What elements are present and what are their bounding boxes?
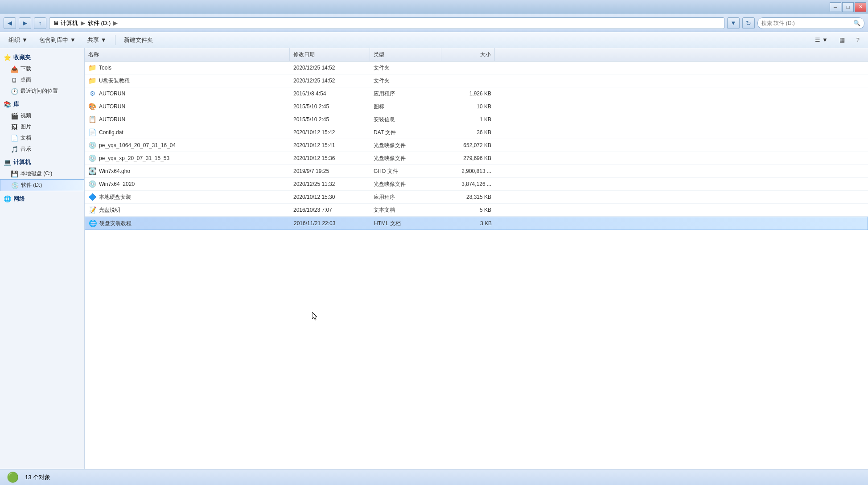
sidebar-item-desktop[interactable]: 🖥 桌面	[0, 74, 84, 86]
file-cell-type: DAT 文件	[370, 127, 441, 139]
column-header-type[interactable]: 类型	[370, 48, 441, 61]
main-layout: ⭐ 收藏夹 📥 下载 🖥 桌面 🕐 最近访问的位置 📚 库	[0, 48, 868, 469]
status-count: 13 个对象	[25, 473, 50, 481]
statusbar: 🟢 13 个对象	[0, 469, 868, 485]
toolbar: 组织 ▼ 包含到库中 ▼ 共享 ▼ 新建文件夹 ☰ ▼ ▦ ?	[0, 32, 868, 48]
sidebar-item-docs[interactable]: 📄 文档	[0, 132, 84, 144]
file-cell-name: 🌐 硬盘安装教程	[85, 217, 290, 230]
file-cell-size: 5 KB	[441, 205, 495, 215]
file-cell-name: 📄 Config.dat	[85, 126, 290, 139]
sidebar-item-music[interactable]: 🎵 音乐	[0, 144, 84, 155]
column-header-name[interactable]: 名称	[85, 48, 290, 61]
sidebar-header-library[interactable]: 📚 库	[0, 99, 84, 110]
layout-button[interactable]: ▦	[835, 34, 850, 46]
sidebar-item-recent[interactable]: 🕐 最近访问的位置	[0, 86, 84, 97]
desktop-label: 桌面	[21, 76, 31, 84]
file-cell-date: 2015/5/10 2:45	[290, 101, 370, 112]
up-button[interactable]: ↑	[34, 17, 46, 29]
file-name: 光盘说明	[99, 206, 120, 214]
file-name: U盘安装教程	[99, 77, 130, 85]
sidebar-item-downloads[interactable]: 📥 下载	[0, 63, 84, 74]
file-cell-type: 光盘映像文件	[370, 140, 441, 152]
file-row[interactable]: 🎨 AUTORUN 2015/5/10 2:45 图标 10 KB	[85, 100, 868, 113]
forward-button[interactable]: ▶	[19, 17, 31, 29]
address-path[interactable]: 🖥 计算机 ▶ 软件 (D:) ▶	[49, 17, 724, 29]
column-header-size[interactable]: 大小	[441, 48, 495, 61]
back-button[interactable]: ◀	[4, 17, 16, 29]
file-icon: 🔷	[88, 193, 96, 201]
sidebar-section-computer: 💻 计算机 💾 本地磁盘 (C:) 💿 软件 (D:)	[0, 156, 84, 191]
new-folder-button[interactable]: 新建文件夹	[119, 34, 158, 46]
share-button[interactable]: 共享 ▼	[82, 34, 111, 46]
close-button[interactable]: ✕	[855, 2, 866, 12]
file-row[interactable]: 📝 光盘说明 2016/10/23 7:07 文本文档 5 KB	[85, 204, 868, 217]
sidebar-item-software-d[interactable]: 💿 软件 (D:)	[0, 179, 84, 191]
file-row[interactable]: 🔷 本地硬盘安装 2020/10/12 15:30 应用程序 28,315 KB	[85, 191, 868, 204]
forward-icon: ▶	[23, 20, 27, 26]
file-cell-size	[441, 66, 495, 70]
sidebar-header-network[interactable]: 🌐 网络	[0, 193, 84, 205]
sidebar-item-images[interactable]: 🖼 图片	[0, 121, 84, 132]
file-row[interactable]: 💿 pe_yqs_1064_20_07_31_16_04 2020/10/12 …	[85, 139, 868, 152]
file-cell-date: 2020/12/25 11:32	[290, 179, 370, 189]
file-row[interactable]: 📄 Config.dat 2020/10/12 15:42 DAT 文件 36 …	[85, 126, 868, 139]
help-button[interactable]: ?	[852, 34, 864, 46]
file-cell-name: 📋 AUTORUN	[85, 113, 290, 126]
file-row[interactable]: 💽 Win7x64.gho 2019/9/7 19:25 GHO 文件 2,90…	[85, 165, 868, 178]
file-row[interactable]: ⚙ AUTORUN 2016/1/8 4:54 应用程序 1,926 KB	[85, 87, 868, 100]
file-name: AUTORUN	[99, 90, 125, 97]
file-cell-size: 3 KB	[442, 218, 495, 229]
search-input[interactable]	[761, 20, 852, 26]
file-name: Tools	[99, 65, 111, 71]
minimize-button[interactable]: ─	[830, 2, 841, 12]
file-row[interactable]: 📁 U盘安装教程 2020/12/25 14:52 文件夹	[85, 74, 868, 87]
refresh-button[interactable]: ↻	[742, 17, 755, 29]
status-icon: 🟢	[5, 470, 20, 485]
file-cell-type: 文件夹	[370, 62, 441, 74]
file-row[interactable]: 💿 Win7x64_2020 2020/12/25 11:32 光盘映像文件 3…	[85, 178, 868, 191]
file-icon: 📁	[88, 64, 96, 72]
sidebar-header-favorites[interactable]: ⭐ 收藏夹	[0, 52, 84, 63]
sidebar-header-computer[interactable]: 💻 计算机	[0, 156, 84, 168]
file-row[interactable]: 📋 AUTORUN 2015/5/10 2:45 安装信息 1 KB	[85, 113, 868, 126]
file-cell-size: 2,900,813 ...	[441, 166, 495, 177]
sidebar-item-video[interactable]: 🎬 视频	[0, 110, 84, 121]
maximize-button[interactable]: □	[842, 2, 854, 12]
toolbar-separator	[115, 35, 115, 45]
organize-button[interactable]: 组织 ▼	[4, 34, 33, 46]
recent-label: 最近访问的位置	[21, 87, 58, 95]
path-computer-icon: 🖥	[53, 20, 59, 26]
include-library-button[interactable]: 包含到库中 ▼	[34, 34, 81, 46]
up-icon: ↑	[39, 20, 42, 26]
file-cell-date: 2020/10/12 15:30	[290, 192, 370, 202]
file-cell-name: 💿 Win7x64_2020	[85, 178, 290, 190]
music-label: 音乐	[21, 145, 31, 153]
file-cell-size	[441, 78, 495, 83]
titlebar-buttons: ─ □ ✕	[830, 2, 866, 12]
back-icon: ◀	[8, 20, 12, 26]
file-icon: ⚙	[88, 90, 96, 98]
file-cell-date: 2020/10/12 15:42	[290, 127, 370, 138]
view-options-button[interactable]: ☰ ▼	[810, 34, 833, 46]
include-label: 包含到库中	[39, 36, 68, 44]
file-cell-name: 📁 U盘安装教程	[85, 74, 290, 87]
file-cell-name: 💽 Win7x64.gho	[85, 165, 290, 177]
file-row[interactable]: 📁 Tools 2020/12/25 14:52 文件夹	[85, 62, 868, 74]
file-cell-name: 📝 光盘说明	[85, 204, 290, 216]
file-cell-date: 2020/10/12 15:36	[290, 153, 370, 164]
file-row[interactable]: 🌐 硬盘安装教程 2016/11/21 22:03 HTML 文档 3 KB	[85, 217, 868, 230]
file-row[interactable]: 💿 pe_yqs_xp_20_07_31_15_53 2020/10/12 15…	[85, 152, 868, 165]
path-computer: 计算机	[61, 19, 78, 27]
computer-icon: 💻	[4, 159, 11, 166]
music-icon: 🎵	[11, 146, 18, 153]
addressbar: ◀ ▶ ↑ 🖥 计算机 ▶ 软件 (D:) ▶ ▼ ↻ 🔍	[0, 14, 868, 32]
layout-icon: ▦	[839, 37, 845, 43]
file-icon: 📋	[88, 115, 96, 123]
file-cell-size: 28,315 KB	[441, 192, 495, 202]
network-icon: 🌐	[4, 195, 11, 202]
column-header-date[interactable]: 修改日期	[290, 48, 370, 61]
sidebar-item-local-c[interactable]: 💾 本地磁盘 (C:)	[0, 168, 84, 179]
favorites-label: 收藏夹	[13, 53, 31, 62]
dropdown-button[interactable]: ▼	[727, 17, 740, 29]
file-cell-date: 2016/10/23 7:07	[290, 205, 370, 215]
